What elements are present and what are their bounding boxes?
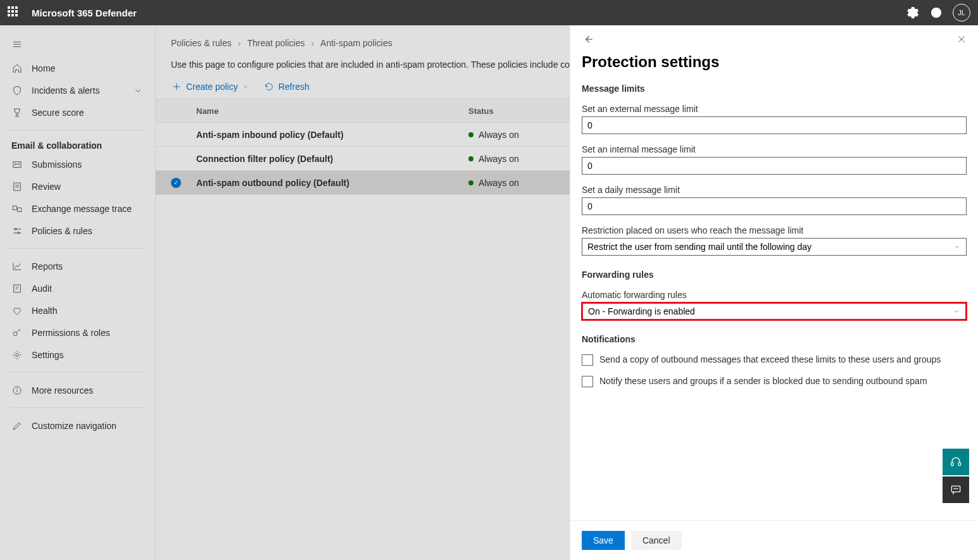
crumb-antispam: Anti-spam policies — [320, 38, 392, 48]
row-status: Always on — [479, 130, 519, 140]
internal-limit-input[interactable] — [582, 157, 967, 175]
crumb-threat[interactable]: Threat policies — [247, 38, 304, 48]
daily-limit-input[interactable] — [582, 197, 967, 215]
selected-check-icon: ✓ — [171, 178, 181, 188]
create-policy-label: Create policy — [186, 82, 238, 92]
pencil-icon — [11, 420, 23, 432]
chevron-down-icon — [953, 243, 961, 251]
row-name: Anti-spam outbound policy (Default) — [196, 178, 468, 188]
restriction-select[interactable]: Restrict the user from sending mail unti… — [582, 238, 967, 256]
info-icon — [11, 385, 23, 396]
status-dot-icon — [468, 132, 473, 137]
create-policy-button[interactable]: Create policy — [171, 81, 249, 92]
back-arrow-icon[interactable] — [582, 33, 594, 46]
sidebar-item-customize[interactable]: Customize navigation — [0, 414, 155, 437]
submit-icon — [11, 159, 23, 170]
plus-icon — [171, 81, 182, 92]
sidebar-section-email: Email & collaboration — [0, 137, 155, 153]
settings-gear-icon[interactable] — [907, 6, 920, 19]
home-icon — [11, 63, 23, 74]
sidebar-item-label: Settings — [32, 350, 64, 360]
crumb-policies[interactable]: Policies & rules — [171, 38, 232, 48]
row-status: Always on — [479, 154, 519, 164]
divider — [9, 372, 146, 373]
sidebar-item-label: Home — [32, 63, 55, 73]
flyout-panel: Protection settings Message limits Set a… — [570, 25, 978, 560]
sidebar-item-reports[interactable]: Reports — [0, 255, 155, 277]
svg-point-30 — [956, 488, 956, 489]
sidebar-item-policies[interactable]: Policies & rules — [0, 220, 155, 242]
help-icon[interactable] — [930, 6, 943, 19]
sidebar-item-label: Audit — [32, 283, 52, 294]
close-icon[interactable] — [956, 34, 967, 44]
heart-icon — [11, 305, 23, 316]
collapse-nav-icon[interactable] — [0, 32, 155, 57]
chevron-down-icon — [242, 83, 249, 90]
notify-copy-checkbox[interactable] — [582, 354, 593, 366]
chevron-right-icon: › — [311, 38, 314, 48]
sidebar-item-label: Secure score — [32, 108, 84, 118]
sidebar-item-exchange-trace[interactable]: Exchange message trace — [0, 197, 155, 220]
column-header-name[interactable]: Name — [196, 106, 468, 116]
notify-block-label: Notify these users and groups if a sende… — [599, 376, 927, 387]
refresh-button[interactable]: Refresh — [263, 81, 310, 92]
sidebar-item-incidents[interactable]: Incidents & alerts — [0, 79, 155, 101]
svg-point-2 — [936, 15, 937, 16]
sidebar-item-label: More resources — [32, 385, 93, 395]
svg-point-17 — [13, 332, 17, 335]
top-bar: Microsoft 365 Defender JL — [0, 0, 978, 25]
notifications-heading: Notifications — [582, 334, 967, 344]
auto-forward-value: On - Forwarding is enabled — [588, 306, 695, 316]
divider — [9, 130, 146, 130]
svg-point-21 — [17, 388, 18, 389]
chart-icon — [11, 261, 23, 272]
save-button[interactable]: Save — [582, 531, 625, 550]
status-dot-icon — [468, 156, 473, 161]
svg-rect-11 — [18, 208, 22, 211]
sidebar-item-label: Policies & rules — [32, 226, 92, 236]
sidebar-item-review[interactable]: Review — [0, 175, 155, 197]
sidebar-item-settings[interactable]: Settings — [0, 344, 155, 366]
svg-point-18 — [16, 353, 19, 356]
row-status: Always on — [479, 178, 519, 188]
sidebar-item-home[interactable]: Home — [0, 57, 155, 79]
svg-rect-26 — [951, 463, 953, 466]
internal-limit-label: Set an internal message limit — [582, 144, 967, 154]
divider — [9, 248, 146, 249]
user-avatar[interactable]: JL — [953, 4, 970, 22]
column-header-status[interactable]: Status — [468, 106, 557, 116]
gear-icon — [11, 349, 23, 361]
brand-title: Microsoft 365 Defender — [32, 8, 137, 18]
external-limit-input[interactable] — [582, 116, 967, 134]
sidebar-item-submissions[interactable]: Submissions — [0, 153, 155, 175]
sidebar-item-more[interactable]: More resources — [0, 379, 155, 401]
notify-block-checkbox[interactable] — [582, 376, 593, 387]
cancel-button[interactable]: Cancel — [631, 531, 682, 550]
svg-rect-16 — [14, 285, 21, 292]
sidebar-item-permissions[interactable]: Permissions & roles — [0, 321, 155, 344]
app-launcher-icon[interactable] — [8, 6, 20, 19]
sidebar-item-label: Reports — [32, 261, 63, 271]
daily-limit-label: Set a daily message limit — [582, 185, 967, 195]
notify-copy-label: Send a copy of outbound messages that ex… — [599, 354, 941, 366]
headset-support-button[interactable] — [943, 449, 969, 475]
sidebar-item-label: Health — [32, 306, 57, 316]
sidebar-item-label: Submissions — [32, 159, 82, 170]
refresh-label: Refresh — [279, 82, 310, 92]
sidebar-item-health[interactable]: Health — [0, 299, 155, 321]
key-icon — [11, 327, 23, 339]
forwarding-rules-heading: Forwarding rules — [582, 270, 967, 280]
svg-point-31 — [957, 488, 958, 489]
svg-rect-27 — [958, 463, 960, 466]
svg-rect-10 — [13, 206, 16, 209]
exchange-icon — [11, 203, 23, 215]
sidebar: Home Incidents & alerts Secure score Ema… — [0, 25, 156, 560]
sidebar-item-securescore[interactable]: Secure score — [0, 101, 155, 123]
auto-forward-select[interactable]: On - Forwarding is enabled — [582, 302, 967, 320]
feedback-button[interactable] — [943, 476, 969, 503]
restriction-label: Restriction placed on users who reach th… — [582, 225, 967, 235]
svg-point-29 — [954, 488, 955, 489]
chevron-down-icon — [953, 308, 960, 315]
sidebar-item-audit[interactable]: Audit — [0, 277, 155, 299]
row-name: Connection filter policy (Default) — [196, 154, 468, 164]
